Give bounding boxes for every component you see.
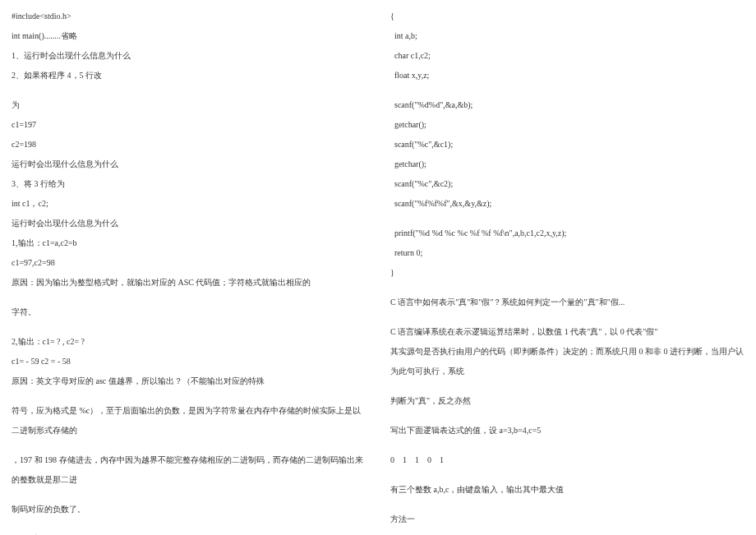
- text-line: 方法一: [390, 510, 744, 529]
- text-line: 原因：因为输出为整型格式时，就输出对应的 ASC 代码值；字符格式就输出相应的: [12, 273, 366, 293]
- text-line: 其实源句是否执行由用户的代码（即判断条件）决定的；而系统只用 0 和非 0 进行…: [390, 342, 744, 381]
- text-line: float x,y,z;: [390, 66, 744, 85]
- text-line: 原因：英文字母对应的 asc 值越界，所以输出？（不能输出对应的特殊: [12, 371, 366, 391]
- text-line: scanf("%d%d",&a,&b);: [390, 95, 744, 115]
- text-line: scanf("%c",&c2);: [390, 174, 744, 194]
- text-line: 制码对应的负数了。: [12, 500, 366, 519]
- text-line: 有三个整数 a,b,c，由键盘输入，输出其中最大值: [390, 480, 744, 500]
- text-line: C 语言中如何表示"真"和"假"？系统如何判定一个量的"真"和"假...: [390, 293, 744, 312]
- text-line: ，197 和 198 存储进去，内存中因为越界不能完整存储相应的二进制码，而存储…: [12, 450, 366, 490]
- text-line: c2=198: [12, 135, 366, 155]
- left-column: #include<stdio.h>int main()........省略1、运…: [12, 7, 366, 535]
- text-line: getchar();: [390, 155, 744, 174]
- text-line: return 0;: [390, 243, 744, 263]
- text-line: {: [390, 7, 744, 26]
- text-line: getchar();: [390, 115, 744, 135]
- text-line: 2,输出：c1= ? , c2= ?: [12, 332, 366, 352]
- text-line: printf("%d %d %c %c %f %f %f\n",a,b,c1,c…: [390, 224, 744, 243]
- text-line: c1=97,c2=98: [12, 253, 366, 273]
- text-line: 字符。: [12, 302, 366, 322]
- text-line: C 语言编译系统在表示逻辑运算结果时，以数值 1 代表"真"，以 0 代表"假": [390, 322, 744, 342]
- text-line: int main()........省略: [12, 26, 366, 46]
- text-line: char c1,c2;: [390, 46, 744, 66]
- text-line: scanf("%f%f%f",&x,&y,&z);: [390, 194, 744, 214]
- text-line: 写出下面逻辑表达式的值，设 a=3,b=4,c=5: [390, 421, 744, 440]
- text-line: 运行时会出现什么信息为什么: [12, 155, 366, 174]
- text-line: c1= - 59 c2 = - 58: [12, 352, 366, 371]
- text-line: 3、输出：c1=a,c2=b: [12, 529, 366, 535]
- text-line: 符号，应为格式是 %c），至于后面输出的负数，是因为字符常量在内存中存储的时候实…: [12, 401, 366, 440]
- text-line: 1,输出：c1=a,c2=b: [12, 233, 366, 253]
- text-line: 1、运行时会出现什么信息为什么: [12, 46, 366, 66]
- right-column: { int a,b; char c1,c2; float x,y,z; scan…: [390, 7, 744, 535]
- text-line: int a,b;: [390, 26, 744, 46]
- text-line: #include<stdio.h>: [12, 7, 366, 26]
- text-line: 2、如果将程序 4，5 行改: [12, 66, 366, 85]
- text-line: 判断为"真"，反之亦然: [390, 391, 744, 411]
- text-line: 为: [12, 95, 366, 115]
- text-line: }: [390, 263, 744, 283]
- text-line: scanf("%c",&c1);: [390, 135, 744, 155]
- text-line: c1=197: [12, 115, 366, 135]
- text-line: 0 1 1 0 1: [390, 450, 744, 470]
- text-line: 运行时会出现什么信息为什么: [12, 214, 366, 233]
- text-line: 3、将 3 行给为: [12, 174, 366, 194]
- text-line: int c1，c2;: [12, 194, 366, 214]
- text-line: #include <stdio.h>: [390, 529, 744, 535]
